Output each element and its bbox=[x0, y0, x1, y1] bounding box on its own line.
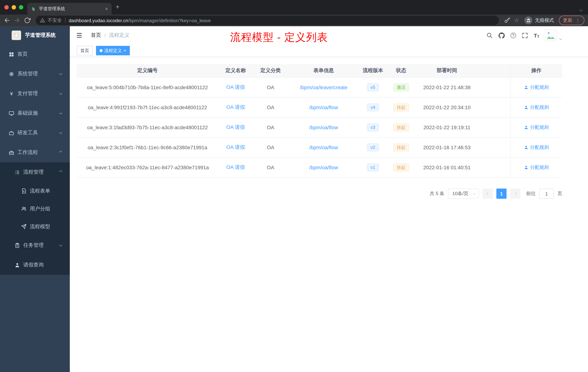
assign-rule-button[interactable]: 分配规则 bbox=[524, 104, 549, 111]
sidebar-item-payment[interactable]: ¥ 支付管理 bbox=[0, 84, 70, 103]
address-bar[interactable]: 不安全 dashboard.yudao.iocoder.cn/bpm/manag… bbox=[36, 16, 499, 25]
table-row: oa_leave:3:1fad3d93-7b75-11ec-a3c8-acde4… bbox=[77, 118, 562, 138]
definition-name-link[interactable]: OA 请假 bbox=[226, 104, 245, 110]
chevron-up-icon bbox=[59, 151, 62, 154]
sidebar-item-system[interactable]: 系统管理 bbox=[0, 64, 70, 84]
form-link[interactable]: /bpm/oa/flow bbox=[309, 124, 338, 130]
window-controls bbox=[4, 5, 23, 10]
browser-menu-dots-icon[interactable]: ⋮ bbox=[575, 17, 580, 23]
clipboard-icon bbox=[15, 243, 20, 248]
browser-update-button[interactable]: 更新 ⋮ bbox=[559, 16, 584, 25]
col-header-deploy-time: 部署时间 bbox=[416, 67, 478, 74]
status-badge: 挂起 bbox=[393, 103, 409, 111]
search-icon[interactable] bbox=[486, 32, 493, 38]
status-badge: 激活 bbox=[393, 83, 409, 91]
tab-search-chevron-icon[interactable] bbox=[580, 6, 582, 12]
breadcrumb: 首页 / 流程定义 bbox=[91, 26, 129, 44]
assign-rule-button[interactable]: 分配规则 bbox=[524, 144, 549, 151]
app-title: 芋道管理系统 bbox=[25, 32, 56, 39]
sidebar-item-home[interactable]: 首页 bbox=[0, 44, 70, 64]
form-link[interactable]: /bpm/oa/flow bbox=[309, 144, 338, 150]
tab-close-icon[interactable]: × bbox=[105, 6, 108, 12]
tag-process-definition[interactable]: 流程定义 × bbox=[96, 46, 130, 55]
bookmark-star-icon[interactable]: ☆ bbox=[514, 17, 519, 23]
definition-table: 定义编号 定义名称 定义分类 表单信息 流程版本 状态 部署时间 操作 oa_l… bbox=[77, 64, 562, 178]
chevron-down-icon bbox=[59, 92, 62, 95]
breadcrumb-home[interactable]: 首页 bbox=[91, 32, 101, 39]
security-label[interactable]: 不安全 bbox=[48, 17, 62, 24]
tag-close-icon[interactable]: × bbox=[124, 48, 126, 53]
send-icon bbox=[21, 224, 27, 229]
assign-rule-button[interactable]: 分配规则 bbox=[524, 164, 549, 171]
sidebar-item-process-form[interactable]: 流程表单 bbox=[0, 182, 70, 200]
incognito-profile-chip[interactable]: 无痕模式 bbox=[524, 16, 554, 24]
omnibox-divider bbox=[65, 18, 65, 23]
page-size-select[interactable]: 10条/页 bbox=[448, 188, 479, 199]
cell-deploy-time: 2022-01-22 19:19:11 bbox=[416, 124, 478, 130]
col-header-actions: 操作 bbox=[510, 64, 562, 77]
tag-home[interactable]: 首页 bbox=[77, 46, 93, 55]
window-zoom-button[interactable] bbox=[19, 5, 23, 10]
url-text[interactable]: dashboard.yudao.iocoder.cn/bpm/manager/d… bbox=[69, 18, 211, 23]
users-icon bbox=[21, 206, 27, 211]
window-close-button[interactable] bbox=[4, 5, 9, 10]
app-logo-row[interactable]: 芋道管理系统 bbox=[0, 26, 70, 44]
github-icon[interactable] bbox=[498, 32, 504, 38]
form-document-icon bbox=[21, 188, 27, 194]
browser-toolbar: 不安全 dashboard.yudao.iocoder.cn/bpm/manag… bbox=[0, 15, 588, 26]
form-link[interactable]: /bpm/oa/flow bbox=[309, 164, 338, 170]
back-icon[interactable] bbox=[4, 17, 10, 24]
sidebar-item-label: 首页 bbox=[17, 51, 28, 57]
sidebar-item-user-group[interactable]: 用户分组 bbox=[0, 200, 70, 218]
sidebar-item-process-mgmt[interactable]: 流程管理 bbox=[0, 162, 70, 182]
goto-page-input[interactable] bbox=[539, 188, 554, 199]
cell-category: OA bbox=[253, 124, 288, 130]
assign-rule-button[interactable]: 分配规则 bbox=[524, 84, 549, 91]
goto-label: 前往 bbox=[526, 190, 536, 197]
sidebar-item-infra[interactable]: 基础设施 bbox=[0, 103, 70, 123]
next-page-button[interactable] bbox=[510, 188, 520, 199]
sidebar-item-label: 流程模型 bbox=[30, 223, 50, 230]
cell-definition-id: oa_leave:5:004b710b-7b8a-11ec-8ef0-acde4… bbox=[77, 85, 218, 90]
col-header-status: 状态 bbox=[387, 67, 416, 74]
col-header-id: 定义编号 bbox=[77, 67, 218, 74]
sidebar-item-workflow[interactable]: 工作流程 bbox=[0, 143, 70, 162]
avatar-caret-icon[interactable] bbox=[560, 34, 562, 41]
prev-page-button[interactable] bbox=[483, 188, 493, 199]
col-header-category: 定义分类 bbox=[253, 67, 288, 74]
sidebar-item-devtools[interactable]: 研发工具 bbox=[0, 123, 70, 143]
sidebar-toggle-icon[interactable] bbox=[76, 32, 83, 39]
password-key-icon[interactable] bbox=[504, 17, 510, 24]
browser-tab[interactable]: 芋道管理系统 × bbox=[27, 3, 112, 15]
cell-definition-id: oa_leave:2:3c1f0ef1-76b1-11ec-9c66-a2380… bbox=[77, 144, 218, 150]
form-link[interactable]: /bpm/oa/flow bbox=[309, 104, 338, 110]
help-icon[interactable]: ? bbox=[510, 33, 516, 38]
user-avatar[interactable] bbox=[545, 30, 557, 41]
cell-definition-id: oa_leave:1:482ec033-762a-11ec-8477-a2380… bbox=[77, 164, 218, 170]
window-minimize-button[interactable] bbox=[12, 5, 16, 10]
definition-name-link[interactable]: OA 请假 bbox=[226, 164, 245, 170]
sidebar-item-task-mgmt[interactable]: 任务管理 bbox=[0, 236, 70, 255]
definition-name-link[interactable]: OA 请假 bbox=[226, 124, 245, 130]
form-link[interactable]: /bpm/oa/leave/create bbox=[300, 85, 347, 90]
page-1-button[interactable]: 1 bbox=[496, 188, 506, 199]
reload-icon[interactable] bbox=[24, 17, 31, 24]
tab-favicon-icon bbox=[31, 6, 36, 11]
version-tag: v3 bbox=[367, 123, 379, 131]
new-tab-button[interactable]: + bbox=[116, 3, 119, 11]
fullscreen-icon[interactable] bbox=[522, 32, 528, 38]
sidebar-item-label: 流程表单 bbox=[30, 188, 50, 194]
sidebar-item-leave-query[interactable]: 请假查询 bbox=[0, 255, 70, 275]
yen-icon: ¥ bbox=[9, 91, 14, 97]
definition-name-link[interactable]: OA 请假 bbox=[226, 84, 245, 90]
page-annotation-title: 流程模型 - 定义列表 bbox=[230, 30, 328, 45]
incognito-icon bbox=[524, 16, 532, 24]
status-badge: 挂起 bbox=[393, 164, 409, 171]
font-size-icon[interactable]: TT bbox=[534, 32, 539, 38]
definition-name-link[interactable]: OA 请假 bbox=[226, 144, 245, 150]
sidebar-item-process-model[interactable]: 流程模型 bbox=[0, 218, 70, 236]
cell-definition-id: oa_leave:3:1fad3d93-7b75-11ec-a3c8-acde4… bbox=[77, 124, 218, 130]
not-secure-warning-icon bbox=[40, 18, 45, 23]
forward-icon[interactable] bbox=[14, 17, 20, 24]
assign-rule-button[interactable]: 分配规则 bbox=[524, 124, 549, 131]
